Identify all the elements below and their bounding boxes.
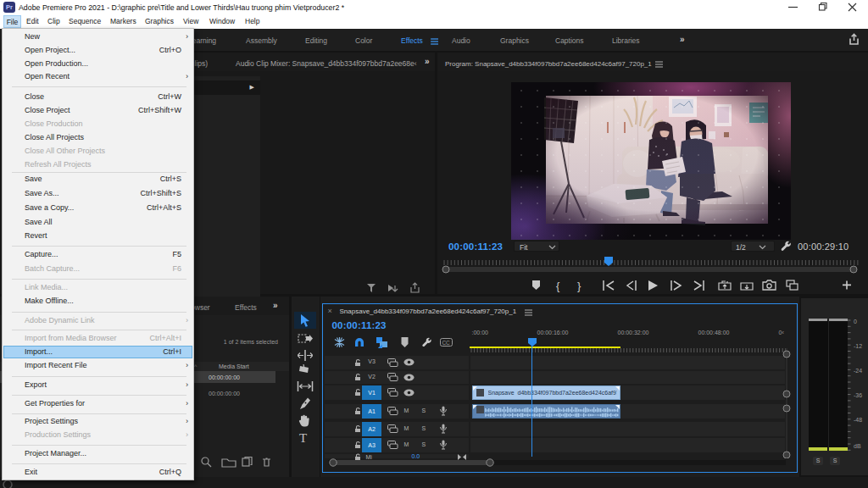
svg-text:0: 0 [854,319,857,324]
svg-text:-48: -48 [854,417,862,423]
svg-text:dB: dB [854,443,861,449]
svg-text:}: } [577,280,581,292]
svg-text:T: T [299,431,307,444]
svg-text:-24: -24 [854,368,862,374]
svg-text:{: { [556,280,560,292]
svg-text:-12: -12 [854,343,862,349]
svg-text:-36: -36 [854,392,862,398]
svg-text:CC: CC [442,339,450,345]
